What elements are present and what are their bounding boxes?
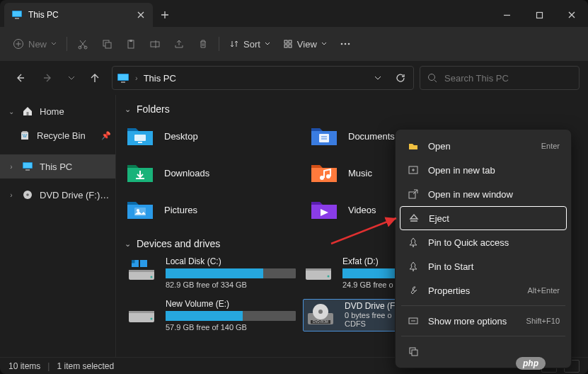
arrow-left-icon	[14, 72, 25, 84]
add-tab-button[interactable]	[153, 3, 177, 27]
minimize-button[interactable]	[490, 3, 523, 27]
nav-pane: ⌄ Home Recycle Bin 📌 › This PC › DVD Dri…	[0, 95, 116, 357]
refresh-icon	[396, 73, 405, 83]
context-item[interactable]: Open in new window	[400, 182, 567, 206]
delete-button[interactable]	[192, 32, 214, 56]
folder-item[interactable]: Downloads	[126, 159, 303, 187]
more-button[interactable]	[334, 32, 357, 56]
address-bar[interactable]: › This PC	[112, 66, 414, 90]
ellipsis-icon	[340, 38, 351, 50]
folder-icon	[310, 197, 338, 222]
drive-icon	[126, 299, 157, 326]
search-icon	[427, 73, 437, 83]
view-label: View	[297, 39, 317, 50]
drive-item[interactable]: Local Disk (C:)82.9 GB free of 334 GB	[126, 256, 296, 289]
svg-rect-32	[319, 134, 329, 142]
chevron-down-icon	[321, 41, 327, 47]
paste-button[interactable]	[120, 32, 142, 56]
tab-bar: This PC	[0, 0, 588, 27]
chevron-right-icon[interactable]: ›	[7, 163, 16, 171]
drive-name: New Volume (E:)	[166, 299, 296, 309]
share-icon	[173, 38, 185, 50]
breadcrumb[interactable]: This PC	[144, 73, 176, 84]
sidebar-item-home[interactable]: ⌄ Home	[0, 99, 115, 123]
context-item[interactable]: Show more optionsShift+F10	[400, 309, 567, 333]
pin-icon	[407, 260, 420, 273]
chevron-down-icon	[374, 74, 381, 81]
command-bar: New Sort View	[0, 27, 588, 61]
new-button[interactable]: New	[7, 32, 62, 56]
sidebar-item-label: Recycle Bin	[37, 130, 96, 141]
context-label: Open	[428, 141, 533, 152]
folder-label: Downloads	[164, 168, 209, 178]
context-label: Show more options	[428, 316, 518, 327]
view-button[interactable]: View	[277, 32, 333, 56]
history-dropdown[interactable]	[65, 67, 78, 89]
group-header-folders[interactable]: ⌄ Folders	[116, 101, 588, 122]
sidebar-item-recycle-bin[interactable]: Recycle Bin 📌	[0, 123, 115, 147]
context-label: Eject	[429, 213, 559, 224]
context-item[interactable]: Open in new tab	[400, 158, 567, 182]
svg-rect-2	[15, 18, 19, 19]
up-button[interactable]	[83, 67, 106, 89]
separator: |	[47, 361, 50, 371]
share-button[interactable]	[168, 32, 190, 56]
context-label: Open in new tab	[428, 165, 560, 176]
copy-button[interactable]	[96, 32, 118, 56]
tab-label: This PC	[28, 10, 130, 20]
context-item[interactable]: OpenEnter	[400, 134, 567, 158]
separator	[401, 305, 565, 306]
close-tab-icon[interactable]	[136, 10, 146, 20]
folder-label: Documents	[348, 131, 395, 142]
sidebar-item-dvd-drive[interactable]: › DVD Drive (F:) Ubun	[0, 183, 115, 207]
context-item[interactable]: Pin to Quick access	[400, 230, 567, 254]
cut-icon	[77, 38, 88, 50]
cut-button[interactable]	[71, 32, 94, 56]
this-pc-icon	[21, 160, 34, 173]
external-icon	[407, 188, 420, 200]
more-icon	[407, 314, 420, 327]
search-input[interactable]	[444, 73, 572, 84]
new-label: New	[28, 39, 47, 50]
forward-button[interactable]	[37, 67, 59, 89]
folder-item[interactable]: Pictures	[126, 196, 303, 224]
maximize-button[interactable]	[523, 3, 555, 27]
sidebar-item-label: Home	[40, 106, 111, 117]
folder-icon	[126, 123, 154, 149]
context-menu: OpenEnterOpen in new tabOpen in new wind…	[395, 129, 572, 368]
sidebar-item-label: DVD Drive (F:) Ubun	[40, 190, 111, 200]
context-item[interactable]: PropertiesAlt+Enter	[400, 278, 567, 302]
chevron-right-icon[interactable]: ›	[7, 191, 16, 199]
svg-rect-44	[306, 268, 331, 271]
context-item[interactable]: Pin to Start	[400, 254, 567, 278]
copy-icon	[101, 38, 113, 50]
eject-icon	[408, 212, 420, 225]
svg-point-39	[151, 276, 153, 278]
group-title: Devices and drives	[137, 238, 220, 249]
svg-point-18	[348, 43, 350, 45]
search-box[interactable]	[420, 66, 580, 90]
drive-name: Local Disk (C:)	[166, 256, 296, 266]
chevron-down-icon[interactable]: ⌄	[7, 108, 16, 115]
context-label: Pin to Quick access	[428, 237, 560, 248]
folder-item[interactable]: Desktop	[126, 122, 303, 150]
context-label: Properties	[428, 285, 519, 296]
sort-button[interactable]: Sort	[224, 32, 276, 56]
drive-item[interactable]: New Volume (E:)57.9 GB free of 140 GB	[126, 299, 296, 332]
tab-this-pc[interactable]: This PC	[4, 3, 153, 27]
context-item[interactable]: Eject	[400, 206, 567, 230]
refresh-button[interactable]	[392, 69, 409, 86]
close-button[interactable]	[555, 3, 588, 27]
rename-button[interactable]	[144, 32, 166, 56]
svg-rect-58	[412, 350, 417, 356]
nav-bar: › This PC	[0, 61, 588, 95]
address-dropdown[interactable]	[369, 69, 386, 86]
pin-icon	[407, 236, 420, 249]
svg-rect-1	[13, 11, 21, 16]
home-icon	[21, 105, 34, 118]
chevron-down-icon	[265, 41, 270, 47]
svg-rect-47	[129, 311, 154, 313]
svg-point-48	[151, 318, 153, 320]
back-button[interactable]	[8, 67, 31, 89]
sidebar-item-this-pc[interactable]: › This PC	[0, 154, 115, 178]
